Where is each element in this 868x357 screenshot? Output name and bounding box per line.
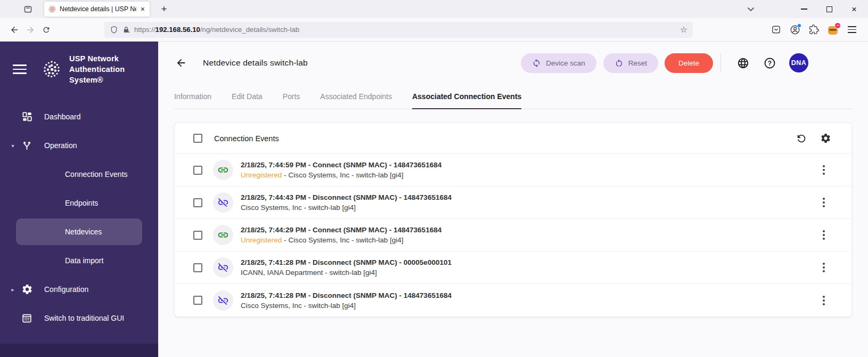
pocket-icon[interactable] bbox=[771, 25, 781, 35]
row-checkbox[interactable] bbox=[193, 263, 202, 272]
event-detail: ICANN, IANA Department - switch-lab [gi4… bbox=[241, 269, 377, 277]
help-icon[interactable]: ? bbox=[761, 55, 777, 71]
row-checkbox[interactable] bbox=[193, 231, 202, 240]
tab-associated-endpoints[interactable]: Associated Endpoints bbox=[320, 92, 392, 109]
list-all-tabs-icon[interactable] bbox=[747, 7, 755, 12]
sidebar-item-data-import[interactable]: Data import bbox=[0, 246, 158, 275]
browser-tab-strip: Netdevice details | USP Network × + × bbox=[0, 0, 868, 18]
site-favicon bbox=[48, 5, 56, 13]
traditional-gui-icon bbox=[21, 313, 34, 324]
app-logo bbox=[42, 59, 62, 79]
chevron-right-icon[interactable]: ▸ bbox=[4, 287, 21, 293]
browser-toolbar: https://192.168.56.10/ng/netdevice_detai… bbox=[0, 18, 868, 42]
sidebar-item-label: Configuration bbox=[44, 285, 88, 294]
sidebar-item-dashboard[interactable]: Dashboard bbox=[0, 102, 158, 131]
close-button[interactable]: × bbox=[846, 2, 863, 17]
sidebar-item-connection-events[interactable]: Connection Events bbox=[0, 160, 158, 189]
app-name: USP Network Authentication System® bbox=[69, 53, 144, 85]
row-checkbox[interactable] bbox=[193, 166, 202, 175]
sidebar-item-label: Switch to traditional GUI bbox=[44, 314, 124, 322]
user-avatar[interactable]: DNA bbox=[789, 53, 808, 72]
row-checkbox[interactable] bbox=[193, 296, 202, 305]
row-menu-button[interactable] bbox=[821, 294, 827, 307]
maximize-button[interactable] bbox=[821, 2, 838, 17]
event-detail: - Cisco Systems, Inc - switch-lab [gi4] bbox=[284, 236, 403, 244]
restart-icon bbox=[615, 59, 624, 68]
minimize-button[interactable] bbox=[796, 2, 813, 17]
page-title: Netdevice details switch-lab bbox=[203, 58, 308, 68]
card-tools bbox=[796, 133, 831, 144]
sidebar-footer bbox=[0, 344, 158, 357]
reset-button[interactable]: Reset bbox=[603, 53, 658, 73]
sidebar: USP Network Authentication System® Dashb… bbox=[0, 42, 158, 357]
sidebar-item-configuration[interactable]: ▸ Configuration bbox=[0, 275, 158, 304]
connection-event-row: 2/18/25, 7:44:59 PM - Connect (SNMP MAC)… bbox=[175, 154, 851, 186]
row-menu-button[interactable] bbox=[821, 196, 827, 209]
back-icon[interactable] bbox=[6, 22, 22, 38]
sidebar-item-label: Operation bbox=[44, 141, 77, 150]
refresh-icon[interactable] bbox=[796, 133, 807, 144]
select-all-checkbox[interactable] bbox=[193, 134, 202, 143]
account-icon[interactable] bbox=[790, 25, 800, 35]
delete-button[interactable]: Delete bbox=[665, 53, 713, 73]
row-checkbox[interactable] bbox=[193, 198, 202, 207]
sidebar-item-netdevices[interactable]: Netdevices bbox=[16, 218, 142, 245]
tab-associated-connection-events[interactable]: Associated Connection Events bbox=[412, 92, 521, 109]
url-bar[interactable]: https://192.168.56.10/ng/netdevice_detai… bbox=[104, 22, 693, 38]
sidebar-item-endpoints[interactable]: Endpoints bbox=[0, 189, 158, 217]
detail-tabs: Information Edit Data Ports Associated E… bbox=[174, 92, 852, 109]
adblock-extension-icon[interactable] bbox=[828, 24, 839, 36]
bookmark-star-icon[interactable]: ☆ bbox=[680, 25, 687, 35]
settings-gear-icon[interactable] bbox=[820, 133, 831, 144]
event-status: Unregistered bbox=[241, 171, 282, 179]
sidebar-item-operation[interactable]: ▾ Operation bbox=[0, 131, 158, 160]
row-menu-button[interactable] bbox=[821, 228, 827, 242]
device-scan-button[interactable]: Device scan bbox=[521, 53, 596, 73]
reload-icon[interactable] bbox=[38, 22, 54, 38]
forward-icon[interactable] bbox=[22, 22, 38, 38]
tab-manager-icon[interactable] bbox=[23, 5, 32, 14]
header-actions: Device scan Reset Delete bbox=[521, 53, 808, 73]
lock-warning-icon[interactable] bbox=[122, 26, 130, 34]
page-header: Netdevice details switch-lab Device scan… bbox=[174, 53, 852, 73]
extensions-puzzle-icon[interactable] bbox=[809, 25, 819, 35]
event-title: 2/18/25, 7:44:29 PM - Connect (SNMP MAC)… bbox=[241, 226, 441, 234]
row-menu-button[interactable] bbox=[821, 261, 827, 274]
svg-text:?: ? bbox=[767, 59, 771, 67]
row-menu-button[interactable] bbox=[821, 163, 827, 177]
tab-edit-data[interactable]: Edit Data bbox=[232, 92, 263, 109]
operation-branch-icon bbox=[21, 140, 34, 151]
browser-tab[interactable]: Netdevice details | USP Network × bbox=[44, 2, 150, 17]
connection-event-row: 2/18/25, 7:44:43 PM - Disconnect (SNMP M… bbox=[175, 186, 851, 219]
event-detail: Cisco Systems, Inc - switch-lab [gi4] bbox=[241, 204, 356, 212]
connection-event-row: 2/18/25, 7:41:28 PM - Disconnect (SNMP M… bbox=[175, 251, 851, 284]
tab-ports[interactable]: Ports bbox=[283, 92, 300, 109]
sidebar-nav: Dashboard ▾ Operation Connection Events … bbox=[0, 102, 158, 332]
language-globe-icon[interactable] bbox=[735, 55, 751, 71]
event-title: 2/18/25, 7:44:59 PM - Connect (SNMP MAC)… bbox=[241, 161, 441, 169]
event-detail: Cisco Systems, Inc - switch-lab [gi4] bbox=[241, 302, 356, 310]
chevron-down-icon[interactable]: ▾ bbox=[4, 143, 21, 149]
menu-icon[interactable] bbox=[848, 26, 856, 33]
disconnect-link-off-icon bbox=[213, 192, 233, 213]
window-controls: × bbox=[747, 2, 863, 17]
event-status: Unregistered bbox=[241, 236, 282, 244]
event-detail: - Cisco Systems, Inc - switch-lab [gi4] bbox=[284, 171, 403, 179]
url-text: https://192.168.56.10/ng/netdevice_detai… bbox=[134, 26, 676, 34]
connection-event-row: 2/18/25, 7:44:29 PM - Connect (SNMP MAC)… bbox=[175, 219, 851, 251]
connect-link-icon bbox=[213, 160, 233, 180]
disconnect-link-off-icon bbox=[213, 290, 233, 311]
toolbar-icons bbox=[771, 24, 856, 36]
extension-badge bbox=[834, 22, 841, 29]
event-title: 2/18/25, 7:44:43 PM - Disconnect (SNMP M… bbox=[241, 193, 452, 201]
new-tab-button[interactable]: + bbox=[157, 2, 171, 16]
sidebar-menu-icon[interactable] bbox=[13, 64, 27, 74]
sync-icon bbox=[532, 59, 541, 68]
back-arrow-button[interactable] bbox=[174, 56, 188, 70]
tracking-shield-icon[interactable] bbox=[110, 26, 118, 34]
tab-close-icon[interactable]: × bbox=[140, 5, 146, 13]
event-title: 2/18/25, 7:41:28 PM - Disconnect (SNMP M… bbox=[241, 258, 452, 266]
account-sync-badge bbox=[797, 23, 801, 28]
sidebar-item-traditional-gui[interactable]: Switch to traditional GUI bbox=[0, 304, 158, 332]
tab-information[interactable]: Information bbox=[174, 92, 211, 109]
